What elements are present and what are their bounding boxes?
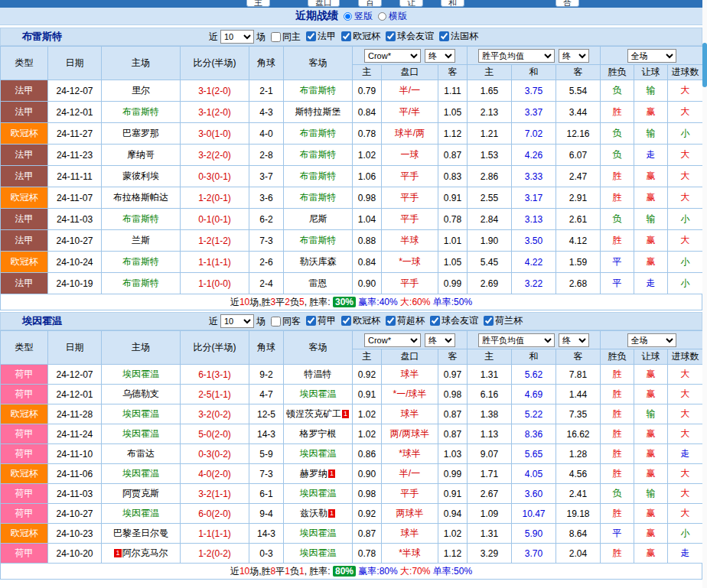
handicap-away-odds: 1.02	[438, 524, 468, 544]
match-date: 24-10-24	[48, 252, 102, 273]
same-venue-checkbox[interactable]	[271, 317, 281, 326]
clipped-tab[interactable]: 盘口	[308, 0, 340, 7]
result-outcome: 胜	[601, 187, 634, 209]
same-venue-filter[interactable]: 同客	[271, 315, 301, 328]
recent-count-select[interactable]: 10	[220, 314, 254, 328]
odds-away: 3.44	[556, 102, 601, 123]
europe-odds-select[interactable]: 胜平负均值	[478, 49, 555, 63]
scrollbar-track[interactable]	[702, 0, 707, 588]
vertical-layout-label: 竖版	[354, 10, 373, 23]
corner-score: 6-2	[249, 209, 284, 230]
col-type: 类型	[1, 47, 48, 80]
league-filter-法国杯[interactable]: 法国杯	[439, 30, 478, 43]
scrollbar-thumb[interactable]	[702, 43, 707, 87]
summary-text: 近	[230, 297, 239, 307]
match-date: 24-11-23	[48, 145, 102, 166]
clipped-tab[interactable]: 百	[358, 0, 382, 7]
match-score: 1-2(0-1)	[181, 187, 249, 209]
clipped-tab[interactable]: 合	[556, 0, 579, 7]
league-filter-欧冠杯[interactable]: 欧冠杯	[341, 30, 380, 43]
league-filter-checkbox[interactable]	[341, 31, 351, 41]
scope-select[interactable]: 全场	[627, 333, 676, 347]
away-team: 格罗宁根	[284, 424, 353, 444]
league-filter-checkbox[interactable]	[341, 316, 351, 326]
scope-select[interactable]: 全场	[627, 49, 676, 63]
odds-away: 7.81	[556, 365, 601, 385]
league-filter-法甲[interactable]: 法甲	[306, 30, 336, 43]
league-filter-荷兰杯[interactable]: 荷兰杯	[484, 314, 523, 327]
match-date: 24-12-01	[48, 385, 102, 404]
odds-source-select[interactable]: Crow*	[364, 333, 421, 347]
europe-odds-select[interactable]: 胜平负均值	[478, 333, 555, 347]
league-filter-checkbox[interactable]	[439, 31, 449, 41]
summary-text: 场,胜	[249, 566, 270, 577]
result-goals: 大	[668, 230, 703, 252]
away-team: 赫罗纳1	[284, 464, 353, 484]
corner-score: 12-5	[249, 404, 284, 424]
europe-odds-group-header: 胜平负均值 终	[468, 47, 601, 65]
summary-text: 场,胜	[249, 297, 270, 307]
horizontal-layout-radio[interactable]	[378, 12, 386, 21]
clipped-tab[interactable]: 让	[399, 0, 423, 7]
home-team: 巴塞罗那	[102, 123, 181, 145]
matches-table: 类型 日期 主场 比分(半场) 角球 客场 Crow* 终 胜平负均值	[0, 46, 703, 294]
result-goals: 大	[668, 166, 703, 187]
handicap-away-odds: 0.97	[438, 365, 468, 385]
vertical-layout-option[interactable]: 竖版	[338, 10, 373, 23]
league-filter-checkbox[interactable]	[386, 31, 396, 41]
odds-source-select[interactable]: Crow*	[364, 49, 421, 63]
league-filter-checkbox[interactable]	[386, 316, 396, 326]
europe-time-select[interactable]: 终	[559, 333, 589, 347]
league-filter-欧冠杯[interactable]: 欧冠杯	[341, 314, 380, 327]
recent-count-select[interactable]: 10	[220, 30, 254, 44]
result-outcome: 胜	[601, 365, 634, 385]
recent-results-header: 近期战绩 竖版 横版	[0, 8, 702, 25]
horizontal-layout-option[interactable]: 横版	[373, 10, 407, 23]
odds-home: 9.07	[468, 444, 512, 464]
result-handicap: 输	[634, 404, 668, 424]
league-filter-checkbox[interactable]	[306, 316, 316, 326]
match-date: 24-11-07	[48, 187, 102, 209]
league-badge: 法甲	[1, 209, 48, 230]
vertical-layout-radio[interactable]	[344, 12, 352, 21]
filter-bar: 近 10 场 同主 法甲欧冠杯球会友谊法国杯	[209, 30, 478, 44]
odds-away: 2.68	[556, 273, 601, 294]
league-filter-checkbox[interactable]	[430, 316, 440, 326]
same-venue-filter[interactable]: 同主	[271, 31, 301, 44]
summary-text: 负	[290, 566, 299, 577]
away-team: 埃因霍温	[284, 385, 353, 404]
clipped-tab[interactable]: 和	[441, 0, 464, 7]
result-goals: 走	[668, 444, 703, 464]
result-goals: 大	[668, 404, 703, 424]
away-team: 布雷斯特	[284, 187, 353, 209]
league-filter-checkbox[interactable]	[306, 31, 316, 41]
summary-text: 50%	[454, 297, 472, 307]
red-card-badge: 1	[114, 549, 121, 557]
result-goals: 大	[668, 80, 703, 102]
odds-home: 1.53	[468, 145, 512, 166]
col-corner: 角球	[249, 47, 284, 80]
odds-home: 1.71	[468, 464, 512, 484]
same-venue-checkbox[interactable]	[271, 32, 281, 42]
handicap-line: 球半	[382, 524, 438, 544]
league-filter-球会友谊[interactable]: 球会友谊	[430, 314, 478, 327]
result-goals: 走	[668, 544, 703, 564]
away-team: 布雷斯特	[284, 123, 353, 145]
corner-score: 2-8	[249, 145, 284, 166]
away-team: 雷恩	[284, 273, 353, 294]
odds-away: 6.07	[556, 145, 601, 166]
odds-time-select[interactable]: 终	[425, 333, 455, 347]
league-filter-checkbox[interactable]	[484, 316, 494, 326]
odds-time-select[interactable]: 终	[425, 49, 455, 63]
corner-score: 2-6	[249, 252, 284, 273]
odds-away: 2.04	[556, 544, 601, 564]
clipped-tab[interactable]: 主	[246, 0, 270, 7]
corner-score: 2-4	[249, 273, 284, 294]
league-filter-荷甲[interactable]: 荷甲	[306, 314, 336, 327]
handicap-home-odds: 1.02	[353, 404, 382, 424]
league-filter-荷超杯[interactable]: 荷超杯	[386, 314, 425, 327]
result-goals: 大	[668, 365, 703, 385]
league-filter-球会友谊[interactable]: 球会友谊	[386, 30, 434, 43]
europe-time-select[interactable]: 终	[559, 49, 589, 63]
handicap-home-odds: 1.06	[353, 166, 382, 187]
